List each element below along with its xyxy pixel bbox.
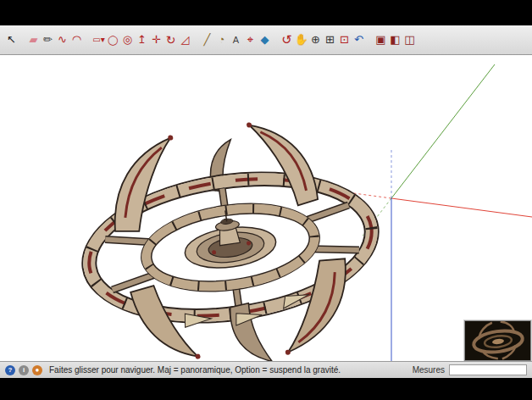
eraser-tool-icon[interactable]: ▰ bbox=[26, 30, 41, 50]
info-icon[interactable]: i bbox=[19, 365, 29, 375]
move-tool-icon[interactable]: ✛ bbox=[149, 30, 163, 50]
viewport[interactable] bbox=[0, 55, 532, 361]
model-preview-thumbnail bbox=[464, 320, 531, 361]
offset-tool-icon[interactable]: ◎ bbox=[120, 30, 135, 50]
zoom-extents-tool-icon[interactable]: ⊡ bbox=[337, 30, 352, 50]
pan-tool-icon[interactable]: ✋ bbox=[294, 30, 308, 50]
tool-hint-text: Faites glisser pour naviguer. Maj = pano… bbox=[49, 365, 341, 375]
scene-svg bbox=[0, 55, 532, 361]
measurements-input[interactable] bbox=[449, 364, 527, 375]
geolocation-icon[interactable]: ● bbox=[32, 365, 42, 375]
letterbox-top bbox=[0, 0, 532, 25]
scale-tool-icon[interactable]: ◿ bbox=[178, 30, 192, 50]
toolbar-separator bbox=[192, 30, 200, 50]
arc-tool-icon[interactable]: ◠ bbox=[69, 30, 84, 50]
select-tool-icon[interactable]: ↖ bbox=[4, 30, 19, 50]
main-toolbar: ↖ ▰ ✏ ∿ ◠ ▭▾ ◯ ◎ ↥ ✛ ↻ ◿ ╱ ◔ A ⌖ ◆ ↺ ✋ ⊕… bbox=[0, 25, 532, 55]
measurements-area: Mesures bbox=[413, 364, 527, 375]
axes-tool-icon[interactable]: ⌖ bbox=[243, 30, 258, 50]
section-plane-icon[interactable]: ◫ bbox=[402, 30, 417, 50]
toolbar-separator bbox=[84, 30, 91, 50]
status-bar: ? i ● Faites glisser pour naviguer. Maj … bbox=[0, 361, 532, 378]
toolbar-separator bbox=[366, 30, 374, 50]
previous-view-icon[interactable]: ↶ bbox=[352, 30, 366, 50]
protractor-tool-icon[interactable]: ◔ bbox=[214, 30, 229, 50]
pushpull-tool-icon[interactable]: ↥ bbox=[135, 30, 149, 50]
zoom-tool-icon[interactable]: ⊕ bbox=[308, 30, 323, 50]
shadows-icon[interactable]: ◧ bbox=[388, 30, 402, 50]
measurements-label: Mesures bbox=[413, 365, 445, 375]
zoom-window-tool-icon[interactable]: ⊞ bbox=[323, 30, 337, 50]
upper-pylon-right bbox=[249, 117, 319, 210]
tape-measure-tool-icon[interactable]: ╱ bbox=[200, 30, 214, 50]
freehand-tool-icon[interactable]: ∿ bbox=[55, 30, 69, 50]
space-station-model[interactable] bbox=[66, 107, 395, 361]
rectangle-tool-icon[interactable]: ▭▾ bbox=[91, 30, 106, 50]
toolbar-separator bbox=[272, 30, 280, 50]
paint-bucket-tool-icon[interactable]: ◆ bbox=[258, 30, 272, 50]
text-tool-icon[interactable]: A bbox=[229, 30, 243, 50]
toolbar-separator bbox=[19, 30, 26, 50]
letterbox-bottom bbox=[0, 378, 532, 400]
line-tool-icon[interactable]: ✏ bbox=[41, 30, 55, 50]
model-preview-svg bbox=[465, 321, 530, 360]
circle-tool-icon[interactable]: ◯ bbox=[106, 30, 120, 50]
rotate-tool-icon[interactable]: ↻ bbox=[163, 30, 178, 50]
app-window: ↖ ▰ ✏ ∿ ◠ ▭▾ ◯ ◎ ↥ ✛ ↻ ◿ ╱ ◔ A ⌖ ◆ ↺ ✋ ⊕… bbox=[0, 0, 532, 400]
orbit-tool-icon[interactable]: ↺ bbox=[280, 30, 294, 50]
views-icon[interactable]: ▣ bbox=[374, 30, 388, 50]
help-icon[interactable]: ? bbox=[5, 365, 15, 375]
